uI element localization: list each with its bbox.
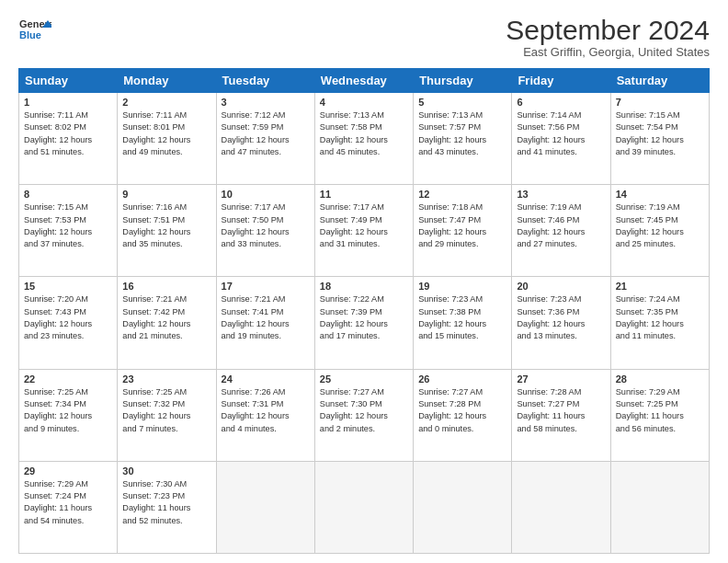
calendar-week-row: 1Sunrise: 7:11 AMSunset: 8:02 PMDaylight…: [19, 93, 710, 185]
calendar-day-cell: [610, 461, 709, 553]
day-info: Sunrise: 7:19 AMSunset: 7:45 PMDaylight:…: [616, 201, 704, 250]
day-number: 27: [517, 373, 605, 385]
day-number: 17: [222, 281, 310, 292]
subtitle: East Griffin, Georgia, United States: [506, 45, 710, 59]
day-info: Sunrise: 7:23 AMSunset: 7:38 PMDaylight:…: [418, 293, 506, 342]
day-info: Sunrise: 7:16 AMSunset: 7:51 PMDaylight:…: [122, 201, 210, 250]
day-info: Sunrise: 7:15 AMSunset: 7:53 PMDaylight:…: [24, 201, 112, 250]
day-info: Sunrise: 7:15 AMSunset: 7:54 PMDaylight:…: [616, 109, 704, 158]
day-number: 19: [418, 281, 506, 292]
day-number: 4: [320, 97, 408, 108]
day-number: 28: [616, 373, 704, 385]
calendar-day-header: Saturday: [610, 69, 709, 93]
calendar-day-header: Sunday: [19, 69, 118, 93]
calendar-day-cell: 30Sunrise: 7:30 AMSunset: 7:23 PMDayligh…: [118, 461, 216, 553]
day-info: Sunrise: 7:22 AMSunset: 7:39 PMDaylight:…: [320, 293, 408, 342]
day-number: 21: [616, 281, 704, 292]
calendar-day-header: Wednesday: [314, 69, 413, 93]
day-info: Sunrise: 7:29 AMSunset: 7:25 PMDaylight:…: [616, 386, 704, 435]
day-number: 9: [122, 189, 210, 200]
day-number: 7: [616, 97, 704, 108]
calendar-day-cell: 24Sunrise: 7:26 AMSunset: 7:31 PMDayligh…: [216, 369, 314, 461]
day-number: 22: [24, 373, 112, 385]
calendar-day-cell: 23Sunrise: 7:25 AMSunset: 7:32 PMDayligh…: [118, 369, 216, 461]
day-number: 10: [222, 189, 310, 200]
calendar-day-cell: 19Sunrise: 7:23 AMSunset: 7:38 PMDayligh…: [414, 277, 512, 369]
calendar-week-row: 15Sunrise: 7:20 AMSunset: 7:43 PMDayligh…: [19, 277, 710, 369]
day-info: Sunrise: 7:23 AMSunset: 7:36 PMDaylight:…: [517, 293, 605, 342]
day-number: 30: [122, 465, 210, 477]
calendar-day-cell: 7Sunrise: 7:15 AMSunset: 7:54 PMDaylight…: [610, 93, 709, 185]
day-info: Sunrise: 7:27 AMSunset: 7:28 PMDaylight:…: [418, 386, 506, 435]
calendar-week-row: 22Sunrise: 7:25 AMSunset: 7:34 PMDayligh…: [19, 369, 710, 461]
day-number: 29: [24, 465, 112, 477]
day-info: Sunrise: 7:21 AMSunset: 7:41 PMDaylight:…: [222, 293, 310, 342]
calendar-day-cell: 15Sunrise: 7:20 AMSunset: 7:43 PMDayligh…: [19, 277, 118, 369]
svg-text:Blue: Blue: [19, 29, 41, 40]
calendar-week-row: 29Sunrise: 7:29 AMSunset: 7:24 PMDayligh…: [19, 461, 710, 553]
calendar-day-cell: 8Sunrise: 7:15 AMSunset: 7:53 PMDaylight…: [19, 185, 118, 277]
calendar-day-cell: 10Sunrise: 7:17 AMSunset: 7:50 PMDayligh…: [216, 185, 314, 277]
calendar-day-cell: [314, 461, 413, 553]
calendar-day-cell: 5Sunrise: 7:13 AMSunset: 7:57 PMDaylight…: [414, 93, 512, 185]
calendar-day-cell: [414, 461, 512, 553]
day-info: Sunrise: 7:20 AMSunset: 7:43 PMDaylight:…: [24, 293, 112, 342]
day-number: 11: [320, 189, 408, 200]
day-number: 24: [222, 373, 310, 385]
page-header: General Blue September 2024 East Griffin…: [18, 15, 710, 59]
calendar-day-cell: 27Sunrise: 7:28 AMSunset: 7:27 PMDayligh…: [512, 369, 610, 461]
day-info: Sunrise: 7:17 AMSunset: 7:50 PMDaylight:…: [222, 201, 310, 250]
calendar-day-cell: 14Sunrise: 7:19 AMSunset: 7:45 PMDayligh…: [610, 185, 709, 277]
day-info: Sunrise: 7:19 AMSunset: 7:46 PMDaylight:…: [517, 201, 605, 250]
day-number: 14: [616, 189, 704, 200]
day-number: 8: [24, 189, 112, 200]
title-block: September 2024 East Griffin, Georgia, Un…: [506, 15, 710, 59]
calendar-day-cell: 21Sunrise: 7:24 AMSunset: 7:35 PMDayligh…: [610, 277, 709, 369]
calendar-day-header: Tuesday: [216, 69, 314, 93]
day-number: 3: [222, 97, 310, 108]
day-number: 2: [122, 97, 210, 108]
calendar-header-row: SundayMondayTuesdayWednesdayThursdayFrid…: [19, 69, 710, 93]
calendar-day-cell: 9Sunrise: 7:16 AMSunset: 7:51 PMDaylight…: [118, 185, 216, 277]
main-title: September 2024: [506, 15, 710, 45]
calendar-table: SundayMondayTuesdayWednesdayThursdayFrid…: [18, 68, 710, 554]
day-info: Sunrise: 7:29 AMSunset: 7:24 PMDaylight:…: [24, 478, 112, 527]
day-info: Sunrise: 7:12 AMSunset: 7:59 PMDaylight:…: [222, 109, 310, 158]
day-number: 12: [418, 189, 506, 200]
day-info: Sunrise: 7:14 AMSunset: 7:56 PMDaylight:…: [517, 109, 605, 158]
calendar-day-cell: 20Sunrise: 7:23 AMSunset: 7:36 PMDayligh…: [512, 277, 610, 369]
calendar-day-cell: 16Sunrise: 7:21 AMSunset: 7:42 PMDayligh…: [118, 277, 216, 369]
calendar-day-cell: [216, 461, 314, 553]
logo-svg: General Blue: [18, 15, 51, 48]
day-number: 1: [24, 97, 112, 108]
calendar-day-cell: 11Sunrise: 7:17 AMSunset: 7:49 PMDayligh…: [314, 185, 413, 277]
day-info: Sunrise: 7:13 AMSunset: 7:58 PMDaylight:…: [320, 109, 408, 158]
day-number: 5: [418, 97, 506, 108]
day-info: Sunrise: 7:26 AMSunset: 7:31 PMDaylight:…: [222, 386, 310, 435]
calendar-day-cell: 4Sunrise: 7:13 AMSunset: 7:58 PMDaylight…: [314, 93, 413, 185]
day-info: Sunrise: 7:21 AMSunset: 7:42 PMDaylight:…: [122, 293, 210, 342]
day-info: Sunrise: 7:11 AMSunset: 8:01 PMDaylight:…: [122, 109, 210, 158]
calendar-day-cell: [512, 461, 610, 553]
calendar-day-cell: 2Sunrise: 7:11 AMSunset: 8:01 PMDaylight…: [118, 93, 216, 185]
calendar-day-cell: 3Sunrise: 7:12 AMSunset: 7:59 PMDaylight…: [216, 93, 314, 185]
day-info: Sunrise: 7:28 AMSunset: 7:27 PMDaylight:…: [517, 386, 605, 435]
calendar-day-cell: 6Sunrise: 7:14 AMSunset: 7:56 PMDaylight…: [512, 93, 610, 185]
day-number: 20: [517, 281, 605, 292]
day-info: Sunrise: 7:30 AMSunset: 7:23 PMDaylight:…: [122, 478, 210, 527]
day-info: Sunrise: 7:17 AMSunset: 7:49 PMDaylight:…: [320, 201, 408, 250]
day-number: 15: [24, 281, 112, 292]
day-number: 23: [122, 373, 210, 385]
calendar-day-cell: 26Sunrise: 7:27 AMSunset: 7:28 PMDayligh…: [414, 369, 512, 461]
calendar-day-cell: 1Sunrise: 7:11 AMSunset: 8:02 PMDaylight…: [19, 93, 118, 185]
calendar-day-header: Thursday: [414, 69, 512, 93]
calendar-day-cell: 29Sunrise: 7:29 AMSunset: 7:24 PMDayligh…: [19, 461, 118, 553]
day-number: 16: [122, 281, 210, 292]
day-number: 18: [320, 281, 408, 292]
day-info: Sunrise: 7:24 AMSunset: 7:35 PMDaylight:…: [616, 293, 704, 342]
day-info: Sunrise: 7:25 AMSunset: 7:32 PMDaylight:…: [122, 386, 210, 435]
calendar-day-header: Monday: [118, 69, 216, 93]
day-info: Sunrise: 7:27 AMSunset: 7:30 PMDaylight:…: [320, 386, 408, 435]
calendar-day-cell: 28Sunrise: 7:29 AMSunset: 7:25 PMDayligh…: [610, 369, 709, 461]
calendar-week-row: 8Sunrise: 7:15 AMSunset: 7:53 PMDaylight…: [19, 185, 710, 277]
